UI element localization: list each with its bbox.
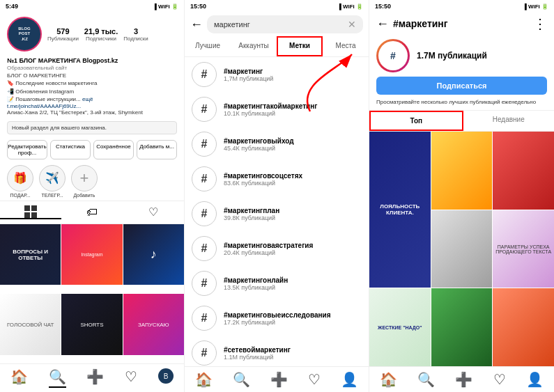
- grid-photo-3[interactable]: ♪: [123, 224, 184, 285]
- grid-cell-5[interactable]: ПАРАМЕТРЫ УСПЕХА ПРОДАЮЩЕГО ТЕКСТА: [493, 210, 554, 288]
- hashtag-item-5[interactable]: # #маркетинговаястратегия 20.4К публикац…: [185, 231, 369, 266]
- story-item-gift[interactable]: 🎁 ПОДАР...: [7, 165, 33, 198]
- stat-publications: 579 Публикации: [47, 27, 79, 42]
- promo-banner: Новый раздел для вашего магазина.: [7, 121, 177, 134]
- hashtag-header: ← #маркетинг ⋮: [369, 13, 554, 35]
- hash-icon-7: #: [192, 306, 217, 331]
- nav-heart-right[interactable]: ♡: [493, 371, 506, 388]
- grid-cell-3[interactable]: [493, 132, 554, 210]
- add-more-button[interactable]: Добавить м...: [137, 140, 177, 159]
- hashtag-item-8[interactable]: # #сетевоймаркетинг 1.1М публикаций: [185, 336, 369, 366]
- nav-add-right[interactable]: ➕: [455, 371, 472, 388]
- saved-button[interactable]: Сохранённое: [93, 140, 134, 159]
- svg-rect-1: [31, 205, 37, 211]
- time-mid: 15:50: [190, 3, 206, 10]
- nav-profile-mid[interactable]: 👤: [341, 371, 358, 388]
- grid-cell-4[interactable]: [431, 210, 493, 288]
- profile-tabs: 🏷 ♡: [0, 201, 184, 224]
- grid-photo-2[interactable]: Instagram: [61, 224, 122, 285]
- grid-photo-1[interactable]: ВОПРОСЫ И ОТВЕТЫ: [0, 224, 61, 285]
- story-item-add[interactable]: + Добавить: [71, 165, 98, 198]
- nav-search-right[interactable]: 🔍: [417, 371, 435, 388]
- hashtag-avatar[interactable]: #: [376, 39, 410, 72]
- hashtag-list: # #маркетинг 1,7М публикаций # #маркетин…: [185, 57, 369, 366]
- hashtag-item-2[interactable]: # #маркетинговыйход 45.4К публикаций: [185, 127, 369, 162]
- profile-header: BLOGPOST.KZ 579 Публикации 21,9 тыс. Под…: [0, 13, 184, 56]
- edit-profile-button[interactable]: Редактировать проф...: [7, 140, 47, 159]
- nav-heart-mid[interactable]: ♡: [308, 371, 321, 388]
- hash-icon-1: #: [192, 97, 217, 122]
- search-input-container[interactable]: маркетинг ✕: [207, 15, 363, 33]
- pub-count: 1.7М публикаций: [417, 51, 487, 61]
- nav-add-mid[interactable]: ➕: [270, 371, 288, 388]
- nav-search-mid[interactable]: 🔍: [233, 371, 250, 388]
- tab-grid-icon[interactable]: [0, 205, 61, 219]
- tab-places[interactable]: Места: [323, 36, 369, 56]
- search-clear-icon[interactable]: ✕: [348, 19, 356, 30]
- nav-search-left[interactable]: 🔍: [49, 368, 66, 388]
- hash-icon-2: #: [192, 132, 217, 157]
- profile-logo-avatar[interactable]: BLOGPOST.KZ: [7, 17, 42, 52]
- profile-info: №1 БЛОГ МАРКЕТИНГА Blogpost.kz Образоват…: [0, 56, 184, 118]
- grid-cell-2[interactable]: [431, 132, 493, 210]
- hash-icon-5: #: [192, 236, 217, 261]
- more-options-icon[interactable]: ⋮: [533, 15, 547, 32]
- grid-cell-1[interactable]: ЛОЯЛЬНОСТЬ КЛИЕНТА.: [369, 132, 431, 288]
- app-container: 5:49 ▐ WiFi 🔋 BLOGPOST.KZ 579 Публикации…: [0, 0, 554, 392]
- grid-cell-8[interactable]: [493, 288, 554, 366]
- hashtag-item-3[interactable]: # #маркетинговсоцсетях 83.6К публикаций: [185, 162, 369, 196]
- grid-cell-6[interactable]: ЖЕСТКИЕ "НАДО": [369, 288, 431, 366]
- middle-panel: 15:50 ▐ WiFi 🔋 ← маркетинг ✕ Лучшие Акка…: [185, 0, 369, 392]
- status-bar-right: 15:50 ▐ WiFi 🔋: [369, 0, 554, 13]
- nav-add-left[interactable]: ➕: [86, 368, 104, 388]
- time-right: 15:50: [375, 3, 391, 10]
- hashtag-page-title: #маркетинг: [393, 18, 529, 29]
- nav-home-mid[interactable]: 🏠: [195, 371, 213, 388]
- hashtag-pub-info: 1.7М публикаций: [417, 51, 487, 61]
- search-bar: ← маркетинг ✕: [185, 13, 369, 36]
- search-tabs: Лучшие Аккаунты Метки Места: [185, 36, 369, 57]
- stat-followers: 21,9 тыс. Подписчики: [84, 27, 118, 42]
- back-arrow-right[interactable]: ←: [376, 17, 389, 31]
- hash-icon-4: #: [192, 201, 217, 226]
- nav-profile-left[interactable]: B: [158, 368, 174, 384]
- stats-button[interactable]: Статистика: [50, 140, 91, 159]
- hashtag-item-1[interactable]: # #маркетингтакоймаркетинг 10.1К публика…: [185, 92, 369, 127]
- nav-home-left[interactable]: 🏠: [10, 368, 28, 388]
- tab-hashtags[interactable]: Метки: [277, 36, 323, 56]
- time-left: 5:49: [6, 3, 18, 10]
- status-icons-left: ▐ WiFi 🔋: [153, 3, 178, 10]
- tab-tag-icon[interactable]: 🏷: [61, 205, 123, 219]
- hashtag-profile-section: # 1.7М публикаций: [369, 35, 554, 77]
- nav-heart-left[interactable]: ♡: [125, 368, 137, 388]
- hashtag-item-7[interactable]: # #маркетинговыеисследования 17.2К публи…: [185, 301, 369, 336]
- hashtag-item-4[interactable]: # #маркетингплан 39.8К публикаций: [185, 196, 369, 231]
- tab-top[interactable]: Топ: [369, 111, 463, 131]
- grid-cell-7[interactable]: [431, 288, 493, 366]
- metki-red-box: [277, 36, 323, 56]
- nav-home-right[interactable]: 🏠: [380, 371, 397, 388]
- tab-recent[interactable]: Недавние: [463, 111, 555, 131]
- grid-photo-5[interactable]: SHORTS: [61, 294, 122, 354]
- stat-following: 3 Подписки: [123, 27, 148, 42]
- tab-heart-icon[interactable]: ♡: [123, 205, 184, 219]
- back-arrow-mid[interactable]: ←: [190, 17, 203, 32]
- hashtag-description: Просматривайте несколько лучших публикац…: [369, 97, 554, 110]
- tab-accounts[interactable]: Аккаунты: [231, 36, 277, 56]
- grid-photo-6[interactable]: ЗАПУСКАЮ: [123, 294, 184, 354]
- story-row: 🎁 ПОДАР... ✈️ ТЕЛЕГР... + Добавить: [0, 162, 184, 201]
- svg-rect-0: [24, 205, 30, 211]
- profile-stats: 579 Публикации 21,9 тыс. Подписчики 3 По…: [47, 27, 177, 42]
- status-bar-mid: 15:50 ▐ WiFi 🔋: [185, 0, 369, 13]
- hash-icon-8: #: [192, 340, 217, 366]
- story-item-telegram[interactable]: ✈️ ТЕЛЕГР...: [39, 165, 66, 198]
- nav-profile-right[interactable]: 👤: [526, 371, 544, 388]
- bottom-nav-mid: 🏠 🔍 ➕ ♡ 👤: [185, 366, 369, 392]
- svg-rect-3: [31, 212, 37, 218]
- follow-button[interactable]: Подписаться: [376, 77, 547, 95]
- hashtag-item-6[interactable]: # #маркетингонлайн 13.5К публикаций: [185, 266, 369, 301]
- hashtag-item-0[interactable]: # #маркетинг 1,7М публикаций: [185, 57, 369, 92]
- grid-photo-4[interactable]: ГОЛОСОВОЙ ЧАТ: [0, 294, 61, 354]
- tab-best[interactable]: Лучшие: [185, 36, 231, 56]
- status-bar-left: 5:49 ▐ WiFi 🔋: [0, 0, 184, 13]
